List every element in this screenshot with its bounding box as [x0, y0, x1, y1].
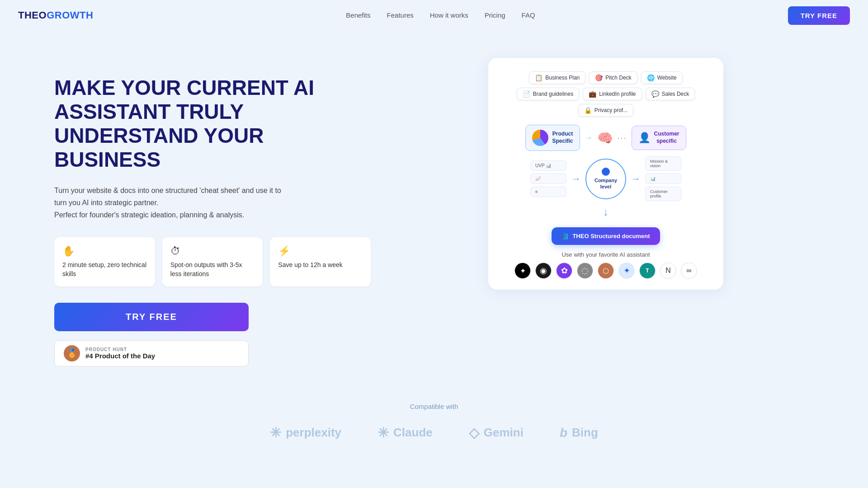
mini-box-bars: 📊 — [645, 174, 681, 184]
openai-icon: ✦ — [514, 263, 531, 279]
hero-right: 📋 Business Plan 🎯 Pitch Deck 🌐 Website 📄… — [398, 58, 814, 290]
small-boxes-left: UVP 📊 📈 ≡ — [530, 160, 566, 197]
nav-item-features[interactable]: Features — [387, 11, 414, 19]
linkedin-icon: 💼 — [589, 90, 596, 98]
feature-card-outputs: ⏱ Spot-on outputs with 3-5x less iterati… — [162, 237, 263, 286]
gemini-logo: ◇ Gemini — [469, 425, 524, 441]
arrow-icon-2: → — [571, 173, 581, 185]
theo-doc-label: THEO Structured document — [572, 233, 650, 239]
theo-doc-icon: 📘 — [561, 233, 569, 239]
doc-chip-sales-deck: 💬 Sales Deck — [646, 88, 695, 100]
feature-label-outputs: Spot-on outputs with 3-5x less iteration… — [170, 261, 242, 277]
pie-chart-icon — [532, 130, 548, 146]
doc-chip-privacy: 🔒 Privacy prof... — [578, 104, 633, 117]
bing-label: Bing — [572, 426, 598, 440]
ai-icon-notion: N — [660, 263, 676, 279]
perplexity-logo: ✳ perplexity — [270, 425, 341, 441]
doc-chip-linkedin: 💼 LinkedIn profile — [583, 88, 642, 100]
company-dot — [602, 168, 610, 176]
small-boxes-right: Mission & vision 📊 Customerprofile — [645, 156, 681, 201]
arrow-down-icon: ↓ — [603, 206, 609, 218]
product-hunt-value: #4 Product of the Day — [85, 352, 155, 360]
ai-icon-blue-star: ✦ — [618, 263, 635, 279]
theo-doc-button: 📘 THEO Structured document — [552, 227, 660, 245]
lightning-icon: ⚡ — [278, 245, 363, 257]
doc-chips-row: 📋 Business Plan 🎯 Pitch Deck 🌐 Website 📄… — [502, 71, 710, 117]
claude-label: Claude — [393, 426, 433, 440]
nav-item-faq[interactable]: FAQ — [522, 11, 535, 19]
mini-box-uvp: UVP 📊 — [530, 160, 566, 171]
perplexity-label: perplexity — [286, 426, 341, 440]
brand-part1: THEO — [18, 9, 47, 21]
doc-chip-pitch-deck: 🎯 Pitch Deck — [589, 71, 637, 84]
ai-icon-purple: ✿ — [556, 263, 572, 279]
flow-area: ProductSpecific → 🧠 ··· 👤 Customerspecif… — [502, 123, 710, 279]
ai-icon-dark1: ◉ — [535, 263, 552, 279]
mini-box-mission: Mission & vision — [645, 156, 681, 171]
flow-row-1: ProductSpecific → 🧠 ··· 👤 Customerspecif… — [525, 125, 686, 151]
product-hunt-label: PRODUCT HUNT — [85, 347, 155, 352]
doc-chip-brand-guidelines: 📄 Brand guidelines — [517, 88, 579, 100]
compatible-label: Compatible with — [54, 403, 814, 410]
customer-specific-box: 👤 Customerspecific — [632, 126, 686, 150]
privacy-icon: 🔒 — [584, 107, 592, 114]
navbar: THEOGROWTH Benefits Features How it work… — [0, 0, 868, 31]
ai-icon-teal: T — [639, 263, 656, 279]
brand-icon: 📄 — [523, 90, 530, 98]
customer-icon: 👤 — [638, 132, 651, 144]
claude-icon: ✳ — [377, 425, 389, 441]
hero-section: MAKE YOUR CURRENT AI ASSISTANT TRULY UND… — [0, 31, 868, 385]
bing-logo: b Bing — [560, 426, 598, 440]
compatible-section: Compatible with ✳ perplexity ✳ Claude ◇ … — [0, 385, 868, 468]
gemini-label: Gemini — [484, 426, 524, 440]
brand-part2: GROWTH — [47, 9, 93, 21]
compatible-logos: ✳ perplexity ✳ Claude ◇ Gemini b Bing — [54, 425, 814, 441]
clock-icon: ⏱ — [170, 245, 255, 257]
feature-card-setup: ✋ 2 minute setup, zero technical skills — [54, 237, 155, 286]
nav-item-how-it-works[interactable]: How it works — [430, 11, 468, 19]
doc-chip-business-plan: 📋 Business Plan — [529, 71, 585, 84]
try-free-nav-button[interactable]: TRY FREE — [788, 6, 850, 25]
feature-card-save: ⚡ Save up to 12h a week — [270, 237, 371, 286]
arrow-icon-3: → — [631, 173, 641, 185]
diagram-card: 📋 Business Plan 🎯 Pitch Deck 🌐 Website 📄… — [488, 58, 723, 290]
ai-icon-orange: ⬡ — [598, 263, 614, 279]
ai-icon-infinity: ∞ — [681, 263, 697, 279]
pitch-deck-icon: 🎯 — [595, 74, 603, 81]
hand-icon: ✋ — [62, 245, 147, 257]
try-free-hero-button[interactable]: TRY FREE — [54, 303, 249, 331]
flow-row-2: UVP 📊 📈 ≡ → Companylevel → Mission & vis… — [530, 156, 681, 201]
company-level-box: Companylevel — [585, 159, 626, 199]
doc-chip-website: 🌐 Website — [641, 71, 683, 84]
feature-label-save: Save up to 12h a week — [278, 261, 342, 268]
hero-title: MAKE YOUR CURRENT AI ASSISTANT TRULY UND… — [54, 76, 371, 172]
mini-box-list: ≡ — [530, 187, 566, 197]
perplexity-icon: ✳ — [270, 425, 281, 441]
product-hunt-medal-icon: 🏅 — [64, 345, 80, 361]
product-hunt-text: PRODUCT HUNT #4 Product of the Day — [85, 347, 155, 360]
nav-item-benefits[interactable]: Benefits — [346, 11, 370, 19]
nav-item-pricing[interactable]: Pricing — [485, 11, 505, 19]
mini-box-customer-profile: Customerprofile — [645, 187, 681, 201]
nav-links: Benefits Features How it works Pricing F… — [346, 11, 535, 19]
website-icon: 🌐 — [647, 74, 655, 81]
sales-icon: 💬 — [651, 90, 659, 98]
ai-section-label: Use with your favorite AI assistant — [514, 251, 697, 258]
business-plan-icon: 📋 — [535, 74, 542, 81]
feature-cards: ✋ 2 minute setup, zero technical skills … — [54, 237, 371, 286]
product-hunt-badge: 🏅 PRODUCT HUNT #4 Product of the Day — [54, 340, 249, 366]
arrow-icon-1: → — [585, 133, 593, 143]
bing-icon: b — [560, 426, 567, 440]
hero-description: Turn your website & docs into one struct… — [54, 184, 371, 221]
ai-icon-gray: ◌ — [577, 263, 593, 279]
product-specific-box: ProductSpecific — [525, 125, 580, 151]
hero-left: MAKE YOUR CURRENT AI ASSISTANT TRULY UND… — [54, 58, 371, 366]
feature-label-setup: 2 minute setup, zero technical skills — [62, 261, 146, 277]
gemini-icon: ◇ — [469, 425, 479, 441]
ai-icons-row: ✦ ◉ ✿ ◌ ⬡ ✦ T N ∞ — [514, 263, 697, 279]
brand-logo[interactable]: THEOGROWTH — [18, 9, 93, 21]
mini-box-chart: 📈 — [530, 174, 566, 184]
claude-logo: ✳ Claude — [377, 425, 433, 441]
flow-dots: ··· — [618, 133, 627, 143]
ai-section: Use with your favorite AI assistant ✦ ◉ … — [514, 251, 697, 279]
